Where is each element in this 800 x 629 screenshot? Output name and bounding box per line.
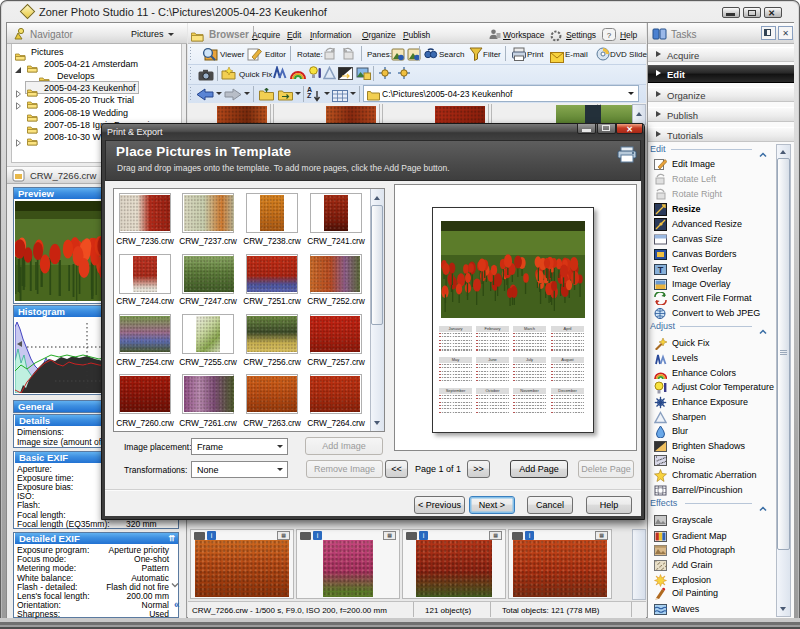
svg-text:?: ? <box>607 31 612 40</box>
svg-text:T: T <box>658 265 664 275</box>
